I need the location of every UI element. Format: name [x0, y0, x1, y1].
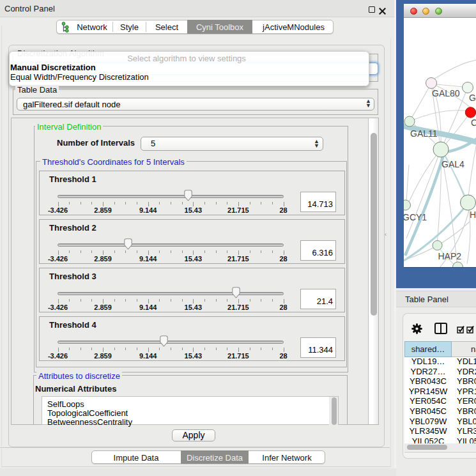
svg-text:HAP2: HAP2 — [438, 251, 462, 261]
svg-text:GCY1: GCY1 — [404, 212, 427, 222]
svg-text:GAL80: GAL80 — [432, 88, 460, 98]
svg-text:GAL4: GAL4 — [441, 159, 464, 169]
svg-text:H: H — [470, 210, 476, 220]
svg-text:C: C — [471, 118, 476, 128]
svg-text:GAL11: GAL11 — [410, 128, 438, 139]
svg-text:GA: GA — [469, 93, 476, 103]
